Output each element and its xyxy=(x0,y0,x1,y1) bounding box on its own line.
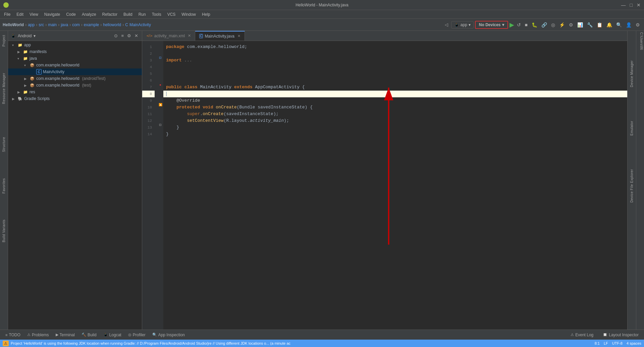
toolbar-btn1[interactable]: 📊 xyxy=(576,21,584,28)
sidebar-label-resource-manager[interactable]: Resource Manager xyxy=(1,70,6,107)
toolbar-btn4[interactable]: 🔔 xyxy=(605,21,613,28)
menu-help[interactable]: Help xyxy=(199,11,213,17)
back-button[interactable]: ◁ xyxy=(443,21,450,28)
breadcrumb-com[interactable]: com xyxy=(72,22,80,27)
tab-close-xml[interactable]: ✕ xyxy=(188,34,191,38)
menu-file[interactable]: File xyxy=(1,11,13,17)
menu-edit[interactable]: Edit xyxy=(14,11,26,17)
menu-run[interactable]: Run xyxy=(136,11,149,17)
bottom-tab-event-log[interactable]: ⚠ Event Log xyxy=(568,332,596,338)
status-position[interactable]: 8:1 xyxy=(595,341,600,345)
code-editor[interactable]: 1 2 3 4 5 6 7 8 9 10 11 12 13 14 ⊡ xyxy=(142,41,627,330)
tree-toggle-package-main[interactable]: ▾ xyxy=(24,63,28,67)
breadcrumb-main[interactable]: main xyxy=(48,22,57,27)
menu-tools[interactable]: Tools xyxy=(149,11,164,17)
attach-debugger[interactable]: 🔗 xyxy=(540,21,548,28)
bottom-tab-profiler[interactable]: ◎ Profiler xyxy=(125,332,148,338)
tree-toggle-res[interactable]: ▶ xyxy=(17,90,21,94)
settings-button[interactable]: ⚙ xyxy=(634,21,641,28)
account-button[interactable]: 👤 xyxy=(625,21,633,28)
code-line-11: super.onCreate(savedInstanceState); xyxy=(166,111,625,117)
maximize-button[interactable]: □ xyxy=(630,2,633,8)
bottom-tab-app-inspection[interactable]: 🔍 App Inspection xyxy=(150,332,187,338)
sidebar-label-favorites[interactable]: Favorites xyxy=(1,176,6,196)
panel-dropdown-icon[interactable]: ▾ xyxy=(34,34,36,38)
breadcrumb-helloworld2[interactable]: helloworld xyxy=(103,22,121,27)
menu-code[interactable]: Code xyxy=(63,11,78,17)
sidebar-label-build-variants[interactable]: Build Variants xyxy=(1,217,6,245)
tree-item-mainactivity[interactable]: C MainActivity xyxy=(8,68,142,75)
menu-navigate[interactable]: Navigate xyxy=(42,11,63,17)
toolbar-btn2[interactable]: 🔧 xyxy=(586,21,594,28)
tree-toggle-gradle[interactable]: ▶ xyxy=(12,97,16,101)
tree-item-app[interactable]: ▾ 📁 app xyxy=(8,42,142,48)
status-encoding[interactable]: UTF-8 xyxy=(612,341,623,345)
right-sidebar-device-file-explorer[interactable]: Device File Explorer xyxy=(629,166,634,205)
bottom-tab-logcat[interactable]: 📱 Logcat xyxy=(101,332,124,338)
project-panel: 📱 Android ▾ ⊙ ≡ ⚙ ✕ ▾ 📁 app ▶ xyxy=(8,31,142,330)
sidebar-label-structure[interactable]: Structure xyxy=(1,134,6,155)
stop-button[interactable]: ■ xyxy=(524,21,529,28)
tab-close-java[interactable]: ✕ xyxy=(237,34,240,38)
search-button[interactable]: 🔍 xyxy=(615,21,623,28)
app-selector[interactable]: 📱 app ▾ xyxy=(451,21,474,29)
status-indent[interactable]: 4 spaces xyxy=(627,341,641,345)
tree-item-package-androidtest[interactable]: ▶ 📦 com.example.helloworld (androidTest) xyxy=(8,75,142,82)
right-sidebar-emulator[interactable]: Emulator xyxy=(629,118,634,138)
panel-settings-btn[interactable]: ⚙ xyxy=(126,33,132,39)
run-button[interactable]: ▶ xyxy=(509,21,514,29)
no-devices-button[interactable]: No Devices ▾ xyxy=(475,21,508,29)
tree-toggle-manifests[interactable]: ▶ xyxy=(17,50,21,54)
menu-view[interactable]: View xyxy=(27,11,41,17)
sidebar-label-project[interactable]: Project xyxy=(1,32,6,49)
tree-toggle-package-androidtest[interactable]: ▶ xyxy=(24,77,28,81)
profile-button[interactable]: ⚡ xyxy=(558,21,566,28)
debug-button[interactable]: 🐛 xyxy=(530,21,539,28)
bottom-tab-todo[interactable]: ≡ TODO xyxy=(3,332,23,338)
menu-analyze[interactable]: Analyze xyxy=(79,11,99,17)
menu-vcs[interactable]: VCS xyxy=(165,11,178,17)
gutter-13: ⊡ xyxy=(157,121,163,128)
tree-toggle-package-test[interactable]: ▶ xyxy=(24,84,28,87)
bottom-tab-problems[interactable]: ⚠ Problems xyxy=(24,332,52,338)
tab-activity-main-xml[interactable]: ≺/≻ activity_main.xml ✕ xyxy=(142,31,195,41)
code-line-2 xyxy=(166,50,625,57)
panel-collapse-btn[interactable]: ≡ xyxy=(120,33,125,39)
toolbar-btn3[interactable]: 📋 xyxy=(595,21,604,28)
bottom-tab-layout-inspector[interactable]: 🔲 Layout Inspector xyxy=(600,332,641,338)
minimize-button[interactable]: — xyxy=(621,2,626,8)
tree-item-java[interactable]: ▾ 📁 java xyxy=(8,55,142,62)
bottom-tab-build[interactable]: 🔨 Build xyxy=(79,332,99,338)
tab-mainactivity-java[interactable]: C MainActivity.java ✕ xyxy=(195,31,245,41)
right-sidebar: Device Manager Emulator Device File Expl… xyxy=(627,31,636,330)
menu-window[interactable]: Window xyxy=(179,11,199,17)
breadcrumb-example[interactable]: example xyxy=(84,22,99,27)
tree-item-package-test[interactable]: ▶ 📦 com.example.helloworld (test) xyxy=(8,82,142,89)
bottom-tab-terminal[interactable]: ▶ Terminal xyxy=(53,332,77,338)
tree-item-package-main[interactable]: ▾ 📦 com.example.helloworld xyxy=(8,62,142,68)
breadcrumb-mainactivity[interactable]: MainActivity xyxy=(129,22,151,27)
panel-sync-btn[interactable]: ⊙ xyxy=(113,33,119,39)
status-line-ending[interactable]: LF xyxy=(604,341,608,345)
breadcrumb-src[interactable]: src xyxy=(39,22,44,27)
tree-label-mainactivity: MainActivity xyxy=(43,69,64,74)
run-with-coverage[interactable]: ⚙ xyxy=(568,21,575,28)
breadcrumb-java[interactable]: java xyxy=(61,22,68,27)
tree-item-manifests[interactable]: ▶ 📁 manifests xyxy=(8,48,142,55)
menu-refactor[interactable]: Refactor xyxy=(100,11,120,17)
right-sidebar-device-manager[interactable]: Device Manager xyxy=(629,58,634,90)
panel-close-btn[interactable]: ✕ xyxy=(133,33,139,39)
tree-toggle-app[interactable]: ▾ xyxy=(12,43,16,47)
rerun-button[interactable]: ↺ xyxy=(516,21,522,28)
tree-item-res[interactable]: ▶ 📁 res xyxy=(8,89,142,95)
tree-item-gradle[interactable]: ▶ 🐘 Gradle Scripts xyxy=(8,95,142,102)
breadcrumb-helloworld[interactable]: HelloWorld xyxy=(3,22,24,27)
breadcrumb-app[interactable]: app xyxy=(28,22,35,27)
event-log-icon: ⚠ xyxy=(571,333,574,337)
close-button[interactable]: ✕ xyxy=(637,2,641,8)
menu-build[interactable]: Build xyxy=(121,11,135,17)
code-content[interactable]: package com.example.helloworld; import .… xyxy=(163,41,627,330)
tree-toggle-java[interactable]: ▾ xyxy=(17,57,21,60)
coverage-button[interactable]: ◎ xyxy=(550,21,556,28)
tab-bar: ≺/≻ activity_main.xml ✕ C MainActivity.j… xyxy=(142,31,627,41)
